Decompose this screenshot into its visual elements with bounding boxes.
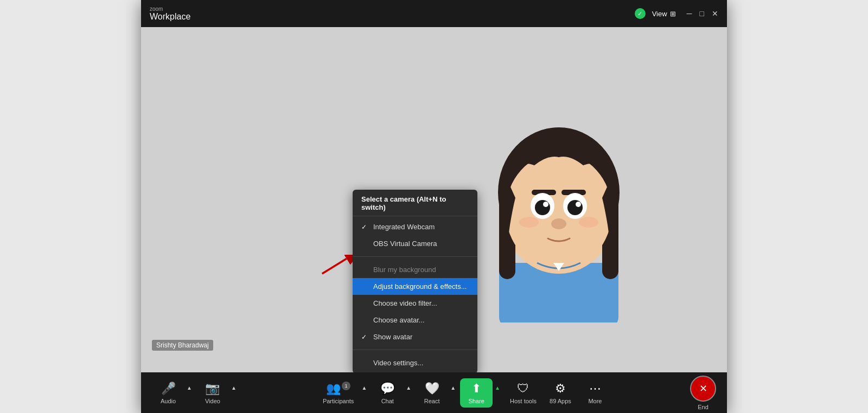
menu-item-obs-virtual-camera[interactable]: OBS Virtual Camera <box>353 235 477 252</box>
share-button[interactable]: ⬆ Share <box>460 378 493 408</box>
end-label: End <box>698 404 709 410</box>
menu-item-video-settings[interactable]: Video settings... <box>353 354 477 371</box>
menu-item-label: Adjust background & effects... <box>373 282 467 291</box>
audio-label: Audio <box>161 398 176 404</box>
toolbar-left: 🎤 Audio ▲ 📷 Video ▲ <box>152 378 239 408</box>
menu-item-label: Integrated Webcam <box>373 223 435 231</box>
menu-item-choose-avatar[interactable]: Choose avatar... <box>353 312 477 328</box>
microphone-icon: 🎤 <box>161 382 176 396</box>
apps-icon: ⚙ <box>555 382 566 396</box>
menu-header: Select a camera (Alt+N to switch) <box>353 190 477 216</box>
menu-item-label: Choose avatar... <box>373 316 425 324</box>
audio-arrow-button[interactable]: ▲ <box>184 382 194 394</box>
svg-point-15 <box>576 202 581 207</box>
menu-item-adjust-background[interactable]: Adjust background & effects... <box>353 278 477 295</box>
menu-divider-1 <box>353 256 477 257</box>
end-button-group: ✕ End <box>690 376 716 410</box>
app-logo: zoom Workplace <box>150 6 190 22</box>
host-tools-group: 🛡 Host tools <box>505 378 542 408</box>
more-group: ⋯ More <box>579 378 611 408</box>
apps-group: ⚙ 89 Apps <box>544 378 577 408</box>
svg-point-12 <box>535 200 550 215</box>
security-shield-icon[interactable]: ✓ <box>635 8 646 19</box>
menu-item-integrated-webcam[interactable]: ✓ Integrated Webcam <box>353 218 477 235</box>
chat-icon: 💬 <box>380 382 395 396</box>
video-area: Select a camera (Alt+N to switch) ✓ Inte… <box>141 27 727 372</box>
more-label: More <box>588 398 602 404</box>
avatar-svg <box>467 51 651 322</box>
chat-group: 💬 Chat ▲ <box>371 378 413 408</box>
host-tools-button[interactable]: 🛡 Host tools <box>505 378 542 408</box>
svg-point-16 <box>551 218 566 229</box>
more-button[interactable]: ⋯ More <box>579 378 611 408</box>
end-button[interactable]: ✕ <box>690 376 716 402</box>
more-icon: ⋯ <box>589 382 601 396</box>
participants-icon: 👥1 <box>326 382 350 396</box>
workplace-brand: Workplace <box>150 12 190 22</box>
close-button[interactable]: ✕ <box>712 9 718 18</box>
toolbar-right: ✕ End <box>690 376 716 410</box>
apps-button[interactable]: ⚙ 89 Apps <box>544 378 577 408</box>
menu-item-show-avatar[interactable]: ✓ Show avatar <box>353 328 477 345</box>
title-bar: zoom Workplace ✓ View ⊞ ─ □ ✕ <box>141 0 727 27</box>
camera-section: ✓ Integrated Webcam OBS Virtual Camera <box>353 216 477 254</box>
svg-point-18 <box>579 217 598 228</box>
react-group: 🤍 React ▲ <box>416 378 458 408</box>
participants-button[interactable]: 👥1 Participants <box>317 378 359 408</box>
participants-label: Participants <box>323 398 354 404</box>
toolbar-center: 👥1 Participants ▲ 💬 Chat ▲ 🤍 React ▲ <box>317 378 611 408</box>
share-label: Share <box>468 398 484 404</box>
check-icon: ✓ <box>361 333 369 341</box>
view-grid-icon: ⊞ <box>670 10 676 18</box>
settings-section: Video settings... <box>353 352 477 372</box>
react-arrow-button[interactable]: ▲ <box>448 382 458 394</box>
participants-arrow-button[interactable]: ▲ <box>359 382 369 394</box>
zoom-brand: zoom <box>150 6 190 12</box>
chat-button[interactable]: 💬 Chat <box>371 378 404 408</box>
red-arrow-indicator <box>320 255 353 276</box>
window-controls: ─ □ ✕ <box>687 9 718 18</box>
app-window: zoom Workplace ✓ View ⊞ ─ □ ✕ <box>141 0 727 413</box>
minimize-button[interactable]: ─ <box>687 9 692 18</box>
view-label: View <box>652 10 667 18</box>
menu-item-blur-background: Blur my background <box>353 261 477 278</box>
host-tools-label: Host tools <box>510 398 537 404</box>
view-button[interactable]: View ⊞ <box>652 10 676 18</box>
react-icon: 🤍 <box>425 382 439 396</box>
video-button[interactable]: 📷 Video <box>196 378 229 408</box>
check-icon: ✓ <box>361 223 369 231</box>
audio-button[interactable]: 🎤 Audio <box>152 378 184 408</box>
menu-divider-2 <box>353 350 477 350</box>
menu-item-label: Blur my background <box>373 266 436 274</box>
share-arrow-button[interactable]: ▲ <box>493 382 502 394</box>
svg-point-7 <box>506 153 612 270</box>
share-group: ⬆ Share ▲ <box>460 378 502 408</box>
participants-group: 👥1 Participants ▲ <box>317 378 369 408</box>
x-icon: ✕ <box>699 383 707 395</box>
svg-point-17 <box>519 217 539 228</box>
video-arrow-button[interactable]: ▲ <box>229 382 239 394</box>
svg-line-21 <box>322 259 347 274</box>
video-group: 📷 Video ▲ <box>196 378 239 408</box>
participant-name-badge: Srishty Bharadwaj <box>152 340 213 351</box>
menu-item-label: Show avatar <box>373 333 412 341</box>
apps-label: 89 Apps <box>550 398 571 404</box>
video-camera-icon: 📷 <box>205 382 220 396</box>
menu-item-label: Video settings... <box>373 359 423 367</box>
svg-point-14 <box>543 202 548 207</box>
menu-item-label: OBS Virtual Camera <box>373 240 437 248</box>
toolbar: 🎤 Audio ▲ 📷 Video ▲ 👥1 Participants <box>141 372 727 413</box>
react-button[interactable]: 🤍 React <box>416 378 448 408</box>
participant-count: 1 <box>342 382 350 390</box>
menu-item-label: Choose video filter... <box>373 299 437 307</box>
react-label: React <box>424 398 440 404</box>
chat-arrow-button[interactable]: ▲ <box>404 382 413 394</box>
title-bar-controls: ✓ View ⊞ ─ □ ✕ <box>635 8 718 19</box>
menu-item-choose-video-filter[interactable]: Choose video filter... <box>353 295 477 312</box>
avatar-container <box>456 38 662 336</box>
video-label: Video <box>205 398 220 404</box>
maximize-button[interactable]: □ <box>700 9 704 18</box>
audio-group: 🎤 Audio ▲ <box>152 378 194 408</box>
effects-section: Blur my background Adjust background & e… <box>353 259 477 347</box>
chat-label: Chat <box>381 398 394 404</box>
